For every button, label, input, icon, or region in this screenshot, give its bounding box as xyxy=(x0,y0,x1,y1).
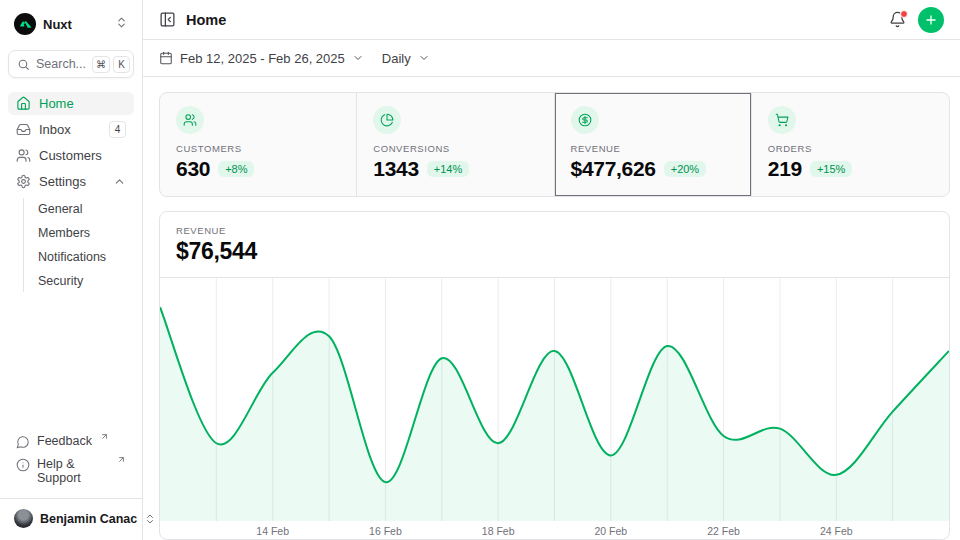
arrow-up-right-icon xyxy=(100,432,109,441)
divider xyxy=(0,498,142,499)
home-icon xyxy=(16,96,31,111)
inbox-icon xyxy=(16,122,31,137)
chart-current-value: $76,544 xyxy=(176,238,933,265)
filter-toolbar: Feb 12, 2025 - Feb 26, 2025 Daily xyxy=(143,40,960,77)
sidebar: Nuxt Search... ⌘ K Home xyxy=(0,0,143,540)
info-icon xyxy=(16,458,30,472)
period-value: Daily xyxy=(382,51,411,66)
stat-delta-badge: +8% xyxy=(218,161,254,177)
stat-label: CONVERSIONS xyxy=(373,143,537,154)
settings-submenu: General Members Notifications Security xyxy=(23,198,134,292)
panel-left-icon[interactable] xyxy=(159,11,176,28)
sub-item-label: General xyxy=(38,202,82,216)
sidebar-item-security[interactable]: Security xyxy=(24,270,134,292)
period-select[interactable]: Daily xyxy=(382,51,430,66)
user-name: Benjamin Canac xyxy=(40,512,137,526)
team-selector[interactable]: Nuxt xyxy=(8,8,134,40)
team-name: Nuxt xyxy=(43,17,72,32)
stat-label: ORDERS xyxy=(768,143,933,154)
chevrons-up-down-icon xyxy=(115,15,128,33)
stat-card-orders[interactable]: ORDERS 219 +15% xyxy=(752,93,949,196)
sidebar-nav: Home Inbox 4 Customers Settings xyxy=(8,92,134,292)
stat-delta-badge: +20% xyxy=(664,161,706,177)
shopping-cart-icon xyxy=(768,106,796,134)
chevron-down-icon xyxy=(352,52,364,64)
settings-icon xyxy=(16,174,31,189)
sidebar-item-settings[interactable]: Settings xyxy=(8,170,134,193)
sidebar-item-customers[interactable]: Customers xyxy=(8,144,134,167)
sidebar-item-notifications[interactable]: Notifications xyxy=(24,246,134,268)
x-tick-label: 16 Feb xyxy=(369,525,402,537)
plus-icon xyxy=(924,13,938,27)
stat-card-conversions[interactable]: CONVERSIONS 1343 +14% xyxy=(357,93,554,196)
help-support-label: Help & Support xyxy=(37,457,109,485)
revenue-chart-card: REVENUE $76,544 14 Feb 16 Feb 18 Feb 20 … xyxy=(159,211,950,540)
stats-strip: CUSTOMERS 630 +8% CONVERSIONS 1343 +14% xyxy=(159,92,950,197)
chart-header: REVENUE $76,544 xyxy=(160,212,949,278)
kbd-meta: ⌘ xyxy=(92,56,110,73)
x-tick-label: 14 Feb xyxy=(256,525,289,537)
stat-label: CUSTOMERS xyxy=(176,143,340,154)
sub-item-label: Security xyxy=(38,274,83,288)
sidebar-item-inbox[interactable]: Inbox 4 xyxy=(8,118,134,141)
search-placeholder: Search... xyxy=(36,57,86,71)
inbox-count-badge: 4 xyxy=(109,121,126,138)
notification-dot xyxy=(900,10,908,18)
chart-title: REVENUE xyxy=(176,225,933,236)
chart-x-axis: 14 Feb 16 Feb 18 Feb 20 Feb 22 Feb 24 Fe… xyxy=(160,521,949,540)
arrow-up-right-icon xyxy=(117,455,126,464)
chart-canvas xyxy=(160,278,949,521)
users-icon xyxy=(16,148,31,163)
add-button[interactable] xyxy=(918,7,944,33)
sub-item-label: Notifications xyxy=(38,250,106,264)
sidebar-item-label: Settings xyxy=(39,174,86,189)
kbd-k: K xyxy=(113,56,130,73)
nuxt-logo-icon xyxy=(14,13,36,35)
revenue-area-chart[interactable] xyxy=(160,278,949,521)
sidebar-item-members[interactable]: Members xyxy=(24,222,134,244)
main-panel: Home Feb 12, 2025 - Feb 26, 2025 xyxy=(143,0,960,540)
feedback-link[interactable]: Feedback xyxy=(8,431,134,452)
date-range-picker[interactable]: Feb 12, 2025 - Feb 26, 2025 xyxy=(159,51,364,66)
calendar-icon xyxy=(159,51,173,65)
search-shortcut: ⌘ K xyxy=(92,56,130,73)
stat-delta-badge: +14% xyxy=(427,161,469,177)
stat-value: 630 xyxy=(176,157,210,181)
x-tick-label: 18 Feb xyxy=(482,525,515,537)
sidebar-item-home[interactable]: Home xyxy=(8,92,134,115)
notifications-button[interactable] xyxy=(889,11,906,28)
message-circle-icon xyxy=(16,435,30,449)
top-header: Home xyxy=(143,0,960,40)
page-title: Home xyxy=(186,12,226,28)
help-support-link[interactable]: Help & Support xyxy=(8,454,134,488)
app-window: Nuxt Search... ⌘ K Home xyxy=(0,0,960,540)
search-icon xyxy=(17,58,30,71)
users-icon xyxy=(176,106,204,134)
stat-delta-badge: +15% xyxy=(810,161,852,177)
sub-item-label: Members xyxy=(38,226,90,240)
stat-card-customers[interactable]: CUSTOMERS 630 +8% xyxy=(160,93,357,196)
sidebar-item-label: Home xyxy=(39,96,74,111)
sidebar-footer: Feedback Help & Support Benjamin Canac xyxy=(8,431,134,532)
chart-pie-icon xyxy=(373,106,401,134)
stat-value: 1343 xyxy=(373,157,419,181)
content-area: CUSTOMERS 630 +8% CONVERSIONS 1343 +14% xyxy=(143,77,960,540)
avatar xyxy=(14,509,33,528)
sidebar-item-label: Inbox xyxy=(39,122,71,137)
sidebar-item-general[interactable]: General xyxy=(24,198,134,220)
search-input[interactable]: Search... ⌘ K xyxy=(8,50,134,78)
x-tick-label: 24 Feb xyxy=(820,525,853,537)
stat-value: $477,626 xyxy=(571,157,656,181)
x-tick-label: 22 Feb xyxy=(707,525,740,537)
user-menu[interactable]: Benjamin Canac xyxy=(8,501,134,532)
chevron-up-icon xyxy=(113,175,126,188)
stat-card-revenue[interactable]: REVENUE $477,626 +20% xyxy=(555,93,752,196)
date-range-value: Feb 12, 2025 - Feb 26, 2025 xyxy=(180,51,345,66)
dollar-circle-icon xyxy=(571,106,599,134)
chevron-down-icon xyxy=(418,52,430,64)
x-tick-label: 20 Feb xyxy=(594,525,627,537)
sidebar-item-label: Customers xyxy=(39,148,102,163)
feedback-label: Feedback xyxy=(37,434,92,448)
stat-label: REVENUE xyxy=(571,143,735,154)
stat-value: 219 xyxy=(768,157,802,181)
